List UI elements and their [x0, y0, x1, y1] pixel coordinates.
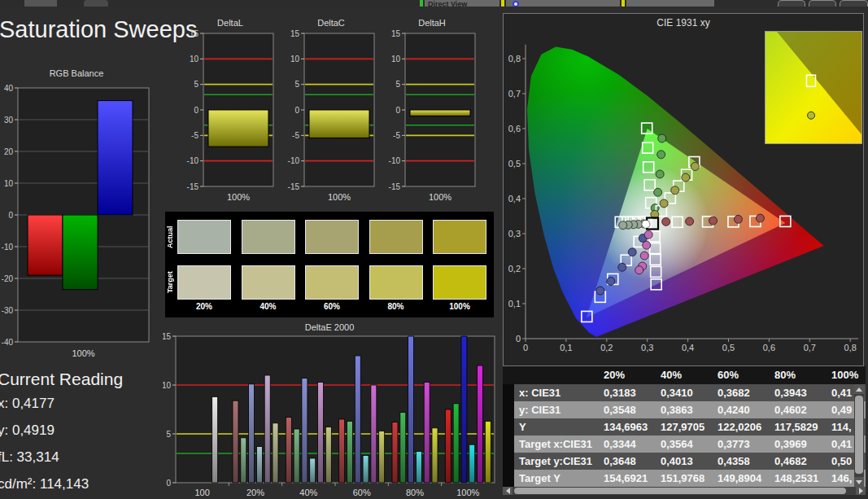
tick-label: 0,7 — [508, 89, 521, 98]
table-row[interactable]: Target x:CIE310,33440,35640,37730,39690,… — [503, 436, 866, 453]
deltae-bar — [325, 427, 331, 483]
deltae-bar — [294, 429, 299, 483]
toolbar-tab[interactable] — [84, 0, 108, 7]
deltae-bar — [363, 455, 369, 483]
table-cell: 122,0206 — [713, 418, 770, 436]
table-row[interactable]: Target Y154,6921151,9768149,8904148,2531… — [503, 470, 866, 487]
tick-label: 0 — [523, 343, 528, 352]
deltac-plot: -15-10-5051015100% — [283, 28, 379, 214]
table-hscrollbar[interactable] — [503, 487, 866, 495]
table-row[interactable]: y: CIE310,35480,38630,42400,46020,49 — [503, 401, 866, 418]
tick-label: -10 — [288, 156, 300, 165]
tick-label: 0,4 — [682, 343, 694, 352]
deltae-bar — [310, 458, 316, 483]
table-cell: 0,3943 — [770, 384, 827, 401]
table-cell: 0,3548 — [599, 401, 656, 418]
tick-label: -20 — [2, 274, 13, 283]
scroll-left-button[interactable] — [503, 487, 513, 495]
tick-label: 10 — [163, 381, 171, 390]
delta-bar — [208, 110, 268, 147]
table-cell: 0,4358 — [713, 453, 770, 470]
actual-swatch-100% — [433, 220, 486, 254]
table-cell: 0,3863 — [656, 401, 713, 418]
tick-label: 0,8 — [508, 54, 521, 63]
accent-yellow-indicator-2 — [622, 0, 625, 7]
table-cell: 0,4602 — [770, 401, 827, 418]
window-tab-2[interactable] — [809, 0, 836, 7]
tick-label: 10 — [4, 179, 14, 188]
tick-label: 0,1 — [560, 343, 572, 352]
table-header-cell — [514, 366, 599, 384]
tick-label: 10 — [190, 55, 199, 63]
tick-label: 5 — [166, 430, 171, 439]
table-gutter — [503, 384, 514, 401]
deltae-bar — [453, 404, 459, 483]
tick-label: 0 — [294, 106, 299, 115]
vscroll-thumb[interactable] — [855, 396, 863, 474]
tick-label: 5 — [294, 80, 299, 89]
table-row[interactable]: Y134,6963127,9705122,0206117,5829114, — [503, 418, 866, 436]
table-vscrollbar[interactable] — [854, 384, 864, 487]
yellow-measured-point — [682, 173, 690, 182]
table-header-cell: 60% — [713, 366, 770, 384]
reading-fl: fL: 33,314 — [0, 449, 123, 466]
table-row[interactable]: Target y:CIE310,36480,40130,43580,46820,… — [503, 453, 866, 470]
toolbar-segment-3[interactable] — [626, 0, 714, 7]
green-bar — [63, 215, 98, 290]
scroll-right-button[interactable] — [856, 487, 866, 495]
tick-label: 0,1 — [508, 299, 521, 309]
target-icon — [513, 1, 519, 7]
deltae-bar — [302, 379, 308, 483]
scroll-down-button[interactable] — [854, 477, 864, 487]
deltah-title: DeltaH — [384, 18, 480, 28]
tick-label: 10 — [391, 55, 401, 63]
table-gutter — [503, 470, 514, 487]
rgb-balance-panel: RGB Balance -40-30-20-10010203040100% — [2, 68, 151, 368]
window-tab-3[interactable] — [840, 0, 868, 7]
deltae-bar — [379, 431, 385, 483]
table-header-cell: 80% — [770, 366, 827, 384]
tick-label: -15 — [187, 182, 199, 191]
toolbar-segment-2[interactable] — [506, 0, 620, 7]
tick-label: 0 — [166, 479, 171, 488]
scroll-up-button[interactable] — [854, 384, 864, 394]
swatch-col-label: 40% — [242, 302, 295, 311]
table-cell: 0,3564 — [656, 436, 713, 453]
deltae-bar — [347, 421, 352, 483]
table-cell: 0,3183 — [599, 384, 656, 401]
deltae-bar — [408, 336, 414, 483]
tick-label: 0,6 — [763, 343, 775, 352]
table-row[interactable]: x: CIE310,31830,34100,36820,39430,41 — [503, 384, 866, 401]
tick-label: -30 — [2, 306, 13, 315]
swatch-col-label: 20% — [177, 302, 231, 311]
table-gutter — [503, 418, 514, 436]
tick-label: 15 — [190, 29, 199, 38]
window-tab-1[interactable] — [778, 0, 805, 7]
rgb-balance-plot: -40-30-20-10010203040100% — [2, 80, 151, 370]
hscroll-thumb[interactable] — [514, 488, 846, 494]
x-axis-label: 100 — [194, 488, 209, 497]
deltaH-chart: -15-10-5051015100% — [384, 28, 480, 211]
table-cell: 0,4682 — [770, 453, 827, 470]
direct-view-button[interactable]: Direct View — [425, 0, 499, 7]
tick-label: 0,7 — [804, 343, 816, 352]
tick-label: -10 — [187, 156, 199, 165]
x-axis-label: 80% — [406, 488, 424, 497]
table-cell: 0,4240 — [713, 401, 770, 418]
swatch-col-label: 60% — [305, 302, 359, 311]
deltae-bar — [478, 365, 483, 483]
tick-label: 0 — [395, 106, 400, 115]
cie-zoom-inset — [765, 31, 862, 144]
table-cell: 0,3410 — [656, 384, 713, 401]
row-label: y: CIE31 — [514, 401, 599, 418]
table-cell: 0,3969 — [770, 436, 827, 453]
x-axis-label: 100% — [227, 192, 250, 202]
deltae-bar — [339, 419, 345, 483]
toolbar-segment[interactable] — [24, 0, 57, 7]
deltae-plot: 05101510020%40%60%80%100% — [163, 333, 496, 499]
table-cell: 149,8904 — [713, 470, 770, 487]
table-cell: 151,9768 — [656, 470, 713, 487]
delta-bar — [410, 110, 470, 116]
deltae-chart: 05101510020%40%60%80%100% — [163, 333, 496, 497]
accent-yellow-indicator — [501, 0, 504, 7]
